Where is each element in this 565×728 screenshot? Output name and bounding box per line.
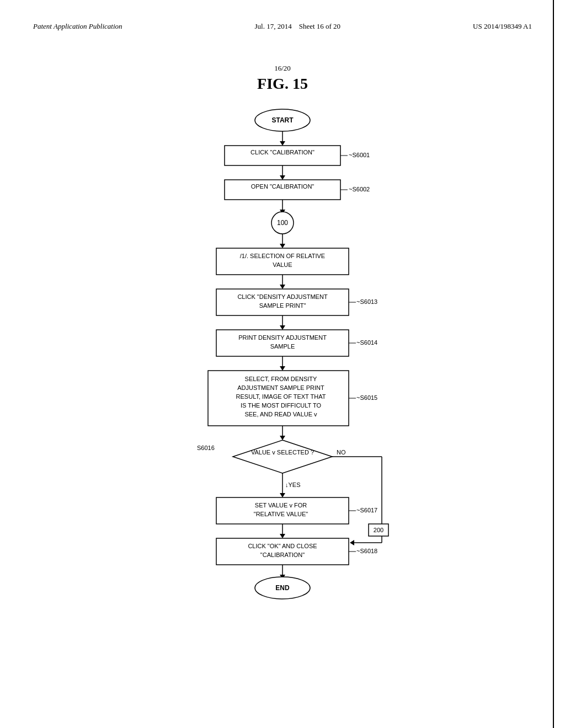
flowchart-spacer [145,668,420,728]
page: Patent Application Publication Jul. 17, … [0,0,565,728]
svg-marker-3 [280,141,285,146]
svg-text:SET VALUE v FOR: SET VALUE v FOR [255,502,307,508]
svg-text:~S6014: ~S6014 [356,339,377,346]
header-sheet: Sheet 16 of 20 [299,22,340,30]
svg-text:~S6017: ~S6017 [356,507,377,513]
page-label: 16/20 [274,64,291,73]
svg-marker-31 [280,325,285,330]
svg-text:200: 200 [374,527,383,533]
svg-text:ADJUSTMENT SAMPLE PRINT: ADJUSTMENT SAMPLE PRINT [237,384,324,391]
flowchart-container: START CLICK "CALIBRATION" ~S6001 OPEN "C… [145,104,420,728]
svg-text:VALUE v SELECTED ?: VALUE v SELECTED ? [251,449,314,456]
svg-marker-59 [280,493,285,497]
header-date: Jul. 17, 2014 [254,22,291,30]
svg-text:~S6015: ~S6015 [356,394,377,401]
svg-marker-50 [233,440,332,473]
svg-text:~S6018: ~S6018 [356,548,377,554]
svg-text:100: 100 [277,219,288,227]
svg-text:SELECT, FROM DENSITY: SELECT, FROM DENSITY [245,376,317,382]
svg-text:S6016: S6016 [197,445,215,451]
svg-text:PRINT DENSITY ADJUSTMENT: PRINT DENSITY ADJUSTMENT [238,334,327,341]
svg-text:"CALIBRATION": "CALIBRATION" [260,552,305,558]
svg-text:VALUE: VALUE [273,261,292,268]
svg-marker-9 [280,175,285,180]
svg-text:/1/. SELECTION OF RELATIVE: /1/. SELECTION OF RELATIVE [240,253,325,259]
svg-text:~S6002: ~S6002 [349,186,370,192]
svg-text:START: START [271,116,294,124]
svg-text:SAMPLE PRINT": SAMPLE PRINT" [259,302,306,309]
header-patent-number: US 2014/198349 A1 [473,22,532,31]
svg-text:CLICK "OK" AND CLOSE: CLICK "OK" AND CLOSE [248,543,317,549]
right-border [553,0,554,728]
svg-text:END: END [275,584,290,592]
svg-text:CLICK "CALIBRATION": CLICK "CALIBRATION" [250,149,315,156]
svg-text:"RELATIVE VALUE": "RELATIVE VALUE" [254,511,308,517]
header-date-sheet: Jul. 17, 2014 Sheet 16 of 20 [254,22,340,31]
svg-text:~S6013: ~S6013 [356,298,377,305]
svg-text:SEE, AND READ VALUE v: SEE, AND READ VALUE v [244,411,317,417]
svg-text:IS THE MOST DIFFICULT TO: IS THE MOST DIFFICULT TO [241,402,322,409]
svg-marker-19 [280,244,285,248]
svg-marker-24 [280,285,285,289]
header-publication: Patent Application Publication [33,22,122,31]
svg-text:SAMPLE: SAMPLE [270,343,295,350]
svg-text:~S6001: ~S6001 [349,152,370,158]
svg-marker-68 [280,534,285,538]
svg-text:CLICK "DENSITY ADJUSTMENT: CLICK "DENSITY ADJUSTMENT [237,293,328,300]
svg-text:RESULT, IMAGE OF TEXT THAT: RESULT, IMAGE OF TEXT THAT [236,393,326,400]
svg-text:OPEN "CALIBRATION": OPEN "CALIBRATION" [251,183,315,190]
header: Patent Application Publication Jul. 17, … [0,0,565,31]
fig-title: FIG. 15 [257,75,308,93]
flowchart-svg: START CLICK "CALIBRATION" ~S6001 OPEN "C… [145,104,420,666]
diagram-area: 16/20 FIG. 15 START CLICK "CALIBRATION" … [0,64,565,728]
svg-marker-56 [350,540,354,545]
svg-marker-48 [280,436,285,440]
svg-text:NO: NO [337,449,346,456]
svg-text:↓YES: ↓YES [285,481,301,488]
svg-marker-38 [280,366,285,371]
